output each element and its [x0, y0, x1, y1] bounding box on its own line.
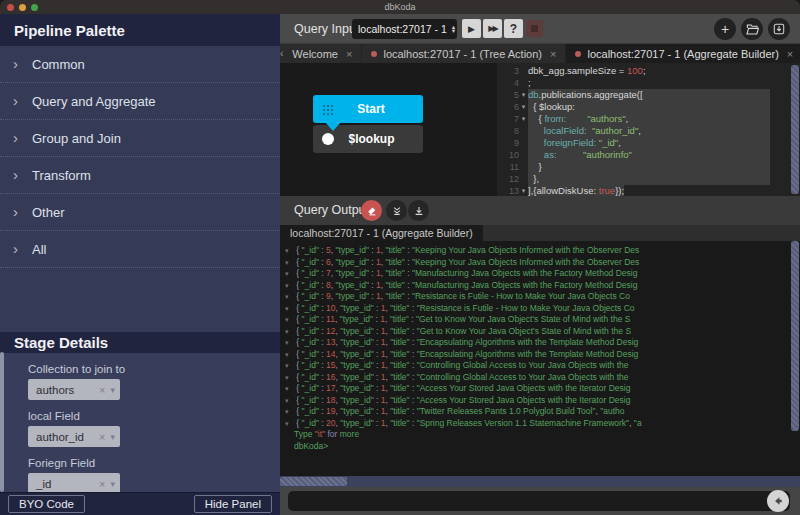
- tab-welcome[interactable]: Welcome×: [283, 44, 362, 63]
- close-icon[interactable]: ×: [550, 48, 556, 60]
- close-icon[interactable]: ×: [787, 48, 793, 60]
- clear-icon[interactable]: ×: [99, 478, 105, 490]
- hide-panel-button[interactable]: Hide Panel: [194, 495, 272, 513]
- horizontal-scrollbar-thumb[interactable]: [280, 477, 347, 486]
- console-scrollbar[interactable]: [791, 241, 799, 431]
- palette-item-other[interactable]: ›Other: [0, 194, 280, 231]
- chevron-right-icon: ›: [13, 244, 18, 254]
- console-token: :: [410, 360, 417, 370]
- field-label: local Field: [28, 410, 280, 422]
- expand-arrow-icon[interactable]: ▾: [285, 303, 294, 315]
- stop-button[interactable]: [526, 20, 543, 37]
- open-file-button[interactable]: [741, 18, 763, 40]
- explain-button[interactable]: ?: [504, 19, 523, 38]
- clear-output-button[interactable]: [361, 200, 382, 221]
- code-token: "author_id": [592, 125, 638, 136]
- pipeline-canvas[interactable]: Start $lookup: [280, 63, 497, 196]
- lookup-block-label: $lookup: [334, 132, 409, 146]
- fold-arrow-icon[interactable]: ▾: [519, 101, 528, 113]
- expand-arrow-icon[interactable]: ▾: [285, 291, 294, 303]
- console-token: "title": [386, 268, 405, 278]
- expand-arrow-icon[interactable]: ▾: [285, 257, 294, 269]
- save-output-button[interactable]: [408, 200, 429, 221]
- fold-gutter: [519, 173, 528, 185]
- console-token: :: [319, 326, 326, 336]
- expand-arrow-icon[interactable]: ▾: [285, 418, 294, 430]
- expand-arrow-icon[interactable]: ▾: [285, 268, 294, 280]
- code-token: [557, 149, 583, 160]
- expand-arrow-icon[interactable]: ▾: [285, 349, 294, 361]
- save-file-button[interactable]: [768, 18, 790, 40]
- chevron-down-icon[interactable]: ▾: [110, 479, 115, 489]
- tab-localhost-27017-1-tree-action[interactable]: localhost:27017 - 1 (Tree Action)×: [362, 44, 566, 63]
- palette-item-all[interactable]: ›All: [0, 231, 280, 268]
- code-token: ,: [626, 113, 629, 124]
- send-command-button[interactable]: [767, 490, 789, 512]
- palette-item-transform[interactable]: ›Transform: [0, 157, 280, 194]
- code-line: 7▾ { from: "authors",: [497, 113, 791, 125]
- window-title: dbKoda: [0, 2, 800, 12]
- expand-arrow-icon[interactable]: ▾: [285, 395, 294, 407]
- palette-items: ›Common›Query and Aggregate›Group and Jo…: [0, 46, 280, 268]
- output-console[interactable]: ▾ { "_id" : 5, "type_id" : 1, "title" : …: [280, 241, 800, 476]
- fold-arrow-icon[interactable]: ▾: [519, 113, 528, 125]
- code-token: [566, 113, 587, 124]
- console-token: :: [374, 372, 381, 382]
- clear-icon[interactable]: ×: [99, 384, 105, 396]
- execute-button[interactable]: ▶: [462, 19, 481, 38]
- code-token: ;: [643, 65, 646, 76]
- console-token: {: [294, 291, 302, 301]
- console-token: :: [405, 245, 412, 255]
- palette-title: Pipeline Palette: [0, 14, 280, 46]
- palette-item-common[interactable]: ›Common: [0, 46, 280, 83]
- field-select-local-field[interactable]: author_id×▾: [28, 426, 120, 447]
- chevron-down-icon[interactable]: ▾: [110, 385, 115, 395]
- console-line: ▾ { "_id" : 16, "type_id" : 1, "title" :…: [285, 372, 793, 384]
- console-token: {: [294, 372, 302, 382]
- palette-item-group-and-join[interactable]: ›Group and Join: [0, 120, 280, 157]
- expand-arrow-icon[interactable]: ▾: [285, 360, 294, 372]
- console-token: :: [319, 245, 326, 255]
- console-token: :: [374, 303, 381, 313]
- byo-code-button[interactable]: BYO Code: [8, 495, 85, 513]
- collapse-all-button[interactable]: [386, 200, 407, 221]
- execute-all-button[interactable]: ▶▶: [483, 19, 502, 38]
- expand-arrow-icon[interactable]: ▾: [285, 372, 294, 384]
- output-tab[interactable]: localhost:27017 - 1 (Aggregate Builder): [280, 225, 483, 241]
- start-block[interactable]: Start: [313, 95, 423, 123]
- console-token: :: [410, 406, 417, 416]
- console-token: 10: [326, 303, 335, 313]
- expand-arrow-icon[interactable]: ▾: [285, 337, 294, 349]
- expand-arrow-icon[interactable]: ▾: [285, 406, 294, 418]
- expand-arrow-icon[interactable]: ▾: [285, 383, 294, 395]
- tab-localhost-27017-1-aggregate-builder[interactable]: localhost:27017 - 1 (Aggregate Builder)×: [566, 44, 800, 63]
- new-editor-button[interactable]: +: [714, 18, 736, 40]
- drag-grip-icon: [322, 104, 333, 115]
- close-icon[interactable]: ×: [346, 48, 352, 60]
- editor-scrollbar[interactable]: [791, 65, 799, 194]
- chevron-down-icon[interactable]: ▾: [110, 432, 115, 442]
- console-token: :: [319, 257, 326, 267]
- palette-item-label: All: [32, 242, 46, 257]
- fold-arrow-icon[interactable]: ▾: [519, 89, 528, 101]
- field-select-collection-to-join-to[interactable]: authors×▾: [28, 379, 120, 400]
- expand-arrow-icon[interactable]: ▾: [285, 314, 294, 326]
- select-value: author_id: [36, 431, 99, 443]
- console-token: "Twitter Releases Pants 1.0 Polyglot Bui…: [417, 406, 596, 416]
- code-editor[interactable]: 3dbk_agg.sampleSize = 100;4;5▾db.publica…: [497, 63, 791, 196]
- console-token: :: [319, 349, 326, 359]
- console-token: "_id": [302, 383, 319, 393]
- connection-select[interactable]: localhost:27017 - 1 ▲▼: [352, 19, 457, 39]
- expand-arrow-icon[interactable]: ▾: [285, 280, 294, 292]
- fold-arrow-icon[interactable]: ▾: [519, 185, 528, 196]
- palette-item-query-and-aggregate[interactable]: ›Query and Aggregate: [0, 83, 280, 120]
- stage-scrollbar[interactable]: [0, 352, 4, 492]
- expand-arrow-icon[interactable]: ▾: [285, 326, 294, 338]
- field-select-foriegn-field[interactable]: _id×▾: [28, 473, 120, 492]
- expand-arrow-icon[interactable]: ▾: [285, 245, 294, 257]
- palette-item-label: Query and Aggregate: [32, 94, 156, 109]
- clear-icon[interactable]: ×: [99, 431, 105, 443]
- line-number: 8: [497, 125, 519, 137]
- command-input[interactable]: [288, 491, 790, 511]
- console-token: :: [319, 291, 326, 301]
